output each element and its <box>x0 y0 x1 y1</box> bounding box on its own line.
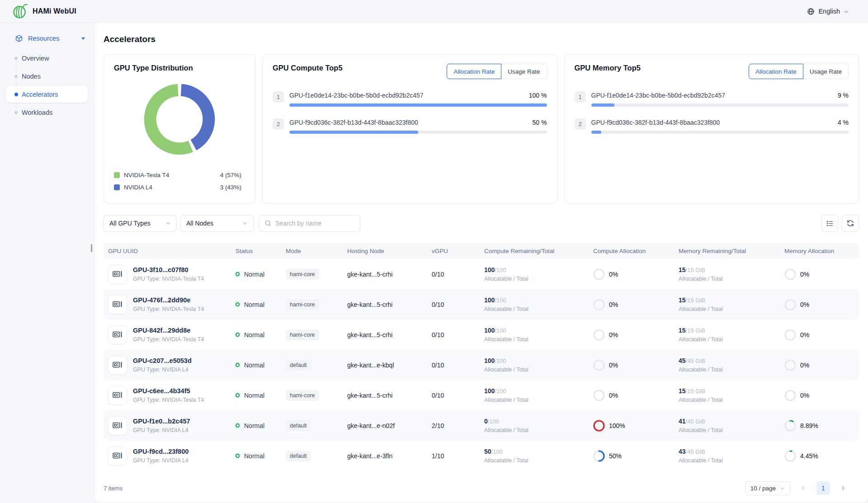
memory-allocation-rate-tab[interactable]: Allocation Rate <box>749 64 803 79</box>
language-selector[interactable]: English <box>807 8 849 15</box>
gpu-uuid[interactable]: GPU-842f...29dd8e <box>133 327 204 334</box>
gpu-uuid[interactable]: GPU-3f10...c07f80 <box>133 266 204 273</box>
compute-card-title: GPU Compute Top5 <box>273 64 343 72</box>
status-dot-icon <box>236 454 240 458</box>
cell-mode: default <box>286 420 347 431</box>
refresh-button[interactable] <box>842 215 859 232</box>
progress-bar-track <box>289 103 547 107</box>
compute-allocation-ring-icon <box>593 450 605 462</box>
page-size-select[interactable]: 10 / page <box>745 481 790 495</box>
memory-allocation-ring-icon <box>784 390 796 401</box>
rate-value: 50 % <box>533 119 547 126</box>
status-label: Normal <box>244 422 264 429</box>
table-row[interactable]: GPU-c6ee...4b34f5GPU Type: NVIDIA-Tesla … <box>104 380 859 410</box>
compute-usage-rate-tab[interactable]: Usage Rate <box>501 64 547 79</box>
top5-item: 1GPU-f1e0de14-23bc-b0be-5b0d-ecbd92b2c45… <box>575 92 849 107</box>
sidebar-item-workloads[interactable]: Workloads <box>6 104 88 121</box>
table-row[interactable]: GPU-c207...e5053dGPU Type: NVIDIA L4Norm… <box>104 350 859 380</box>
status-dot-icon <box>236 363 240 367</box>
legend-value: 3 (43%) <box>220 184 245 191</box>
cell-compute-remaining: 100/100Allocatable / Total <box>484 266 593 282</box>
memory-usage-rate-tab[interactable]: Usage Rate <box>803 64 849 79</box>
table-row[interactable]: GPU-3f10...c07f80GPU Type: NVIDIA-Tesla … <box>104 259 859 289</box>
compute-allocation-ring-icon <box>593 268 605 280</box>
table-row[interactable]: GPU-476f...2dd90eGPU Type: NVIDIA-Tesla … <box>104 289 859 320</box>
compute-allocation-value: 0% <box>609 331 618 338</box>
gpu-uuid[interactable]: GPU-476f...2dd90e <box>133 296 204 304</box>
progress-bar-fill <box>591 103 614 107</box>
status-label: Normal <box>244 271 264 278</box>
search-input[interactable] <box>275 220 355 227</box>
allocatable-total-label: Allocatable / Total <box>484 306 593 312</box>
gpu-type: GPU Type: NVIDIA L4 <box>133 457 189 464</box>
cube-icon <box>15 34 23 42</box>
cell-mode: default <box>286 451 347 461</box>
cell-hosting-node: gke-kant...5-crhi <box>347 301 432 308</box>
gpu-type: GPU Type: NVIDIA-Tesla T4 <box>133 397 204 403</box>
gpu-uuid-label: GPU-f9cd036c-382f-b13d-443f-8baac323f800 <box>591 119 720 126</box>
cell-gpu-uuid: GPU-c6ee...4b34f5GPU Type: NVIDIA-Tesla … <box>104 386 236 405</box>
main-panel: Accelerators GPU Type Distribution NVIDI… <box>95 23 868 503</box>
sidebar-group-label: Resources <box>28 35 59 42</box>
cell-vgpu: 0/10 <box>432 301 484 308</box>
gpu-card-icon <box>108 416 127 435</box>
allocatable-total-label: Allocatable / Total <box>679 336 784 343</box>
cell-compute-remaining: 100/100Allocatable / Total <box>484 327 593 343</box>
memory-allocation-value: 4.45% <box>800 452 818 460</box>
cell-gpu-uuid: GPU-f1e0...b2c457GPU Type: NVIDIA L4 <box>104 416 236 435</box>
memory-total-value: /15 GiB <box>686 267 705 273</box>
memory-total-value: /15 GiB <box>686 327 705 334</box>
column-header: Status <box>236 248 286 254</box>
status-label: Normal <box>244 331 264 338</box>
app-title: HAMi WebUI <box>33 7 76 15</box>
gpu-uuid[interactable]: GPU-f9cd...23f800 <box>133 448 189 455</box>
sidebar-group-resources[interactable]: Resources <box>0 30 95 47</box>
legend-item[interactable]: NVIDIA-Tesla T44 (57%) <box>114 169 245 181</box>
table-row[interactable]: GPU-f1e0...b2c457GPU Type: NVIDIA L4Norm… <box>104 410 859 441</box>
gpu-uuid[interactable]: GPU-c207...e5053d <box>133 357 192 364</box>
table-filters: All GPU Types All Nodes <box>104 215 859 232</box>
next-page-button[interactable] <box>837 481 849 495</box>
gpu-type: GPU Type: NVIDIA-Tesla T4 <box>133 336 204 343</box>
gpu-type-filter-select[interactable]: All GPU Types <box>104 215 177 232</box>
memory-allocation-ring-icon <box>784 450 796 462</box>
compute-allocation-rate-tab[interactable]: Allocation Rate <box>447 64 501 79</box>
compute-remaining-value: 100 <box>484 266 495 273</box>
legend-item[interactable]: NVIDIA L43 (43%) <box>114 181 245 193</box>
cell-compute-allocation: 0% <box>593 390 679 401</box>
column-settings-button[interactable] <box>821 215 838 232</box>
cell-memory-remaining: 15/15 GiBAllocatable / Total <box>679 327 784 343</box>
sidebar-item-nodes[interactable]: Nodes <box>6 68 88 85</box>
cell-compute-remaining: 100/100Allocatable / Total <box>484 357 593 373</box>
memory-allocation-ring-icon <box>784 299 796 310</box>
cell-status: Normal <box>236 301 286 308</box>
cell-gpu-uuid: GPU-842f...29dd8eGPU Type: NVIDIA-Tesla … <box>104 325 236 344</box>
allocatable-total-label: Allocatable / Total <box>679 397 784 403</box>
cell-compute-allocation: 0% <box>593 299 679 310</box>
memory-remaining-value: 15 <box>679 296 686 304</box>
cell-compute-remaining: 0/100Allocatable / Total <box>484 418 593 433</box>
sidebar-item-accelerators[interactable]: Accelerators <box>6 86 88 103</box>
status-dot-icon <box>236 302 240 306</box>
node-filter-select[interactable]: All Nodes <box>180 215 254 232</box>
cell-compute-allocation: 0% <box>593 329 679 341</box>
table-footer: 7 items 10 / page 1 <box>104 474 859 503</box>
cell-vgpu: 0/10 <box>432 362 484 369</box>
cell-status: Normal <box>236 392 286 399</box>
gpu-uuid[interactable]: GPU-c6ee...4b34f5 <box>133 387 204 395</box>
table-row[interactable]: GPU-f9cd...23f800GPU Type: NVIDIA L4Norm… <box>104 441 859 471</box>
compute-remaining-value: 100 <box>484 327 495 334</box>
column-header: GPU UUID <box>104 248 236 254</box>
sidebar-scrollbar-thumb[interactable] <box>91 244 92 252</box>
page-number-button[interactable]: 1 <box>816 481 830 495</box>
gpu-type-distribution-card: GPU Type Distribution NVIDIA-Tesla T44 (… <box>104 54 255 203</box>
gpu-uuid[interactable]: GPU-f1e0...b2c457 <box>133 418 190 425</box>
cell-mode: default <box>286 360 347 371</box>
allocatable-total-label: Allocatable / Total <box>484 457 593 464</box>
legend-marker-icon <box>114 184 120 190</box>
sidebar-item-overview[interactable]: Overview <box>6 50 88 66</box>
memory-allocation-value: 8.89% <box>800 422 818 429</box>
table-row[interactable]: GPU-842f...29dd8eGPU Type: NVIDIA-Tesla … <box>104 320 859 350</box>
compute-allocation-ring-icon <box>593 390 605 401</box>
previous-page-button[interactable] <box>797 481 809 495</box>
